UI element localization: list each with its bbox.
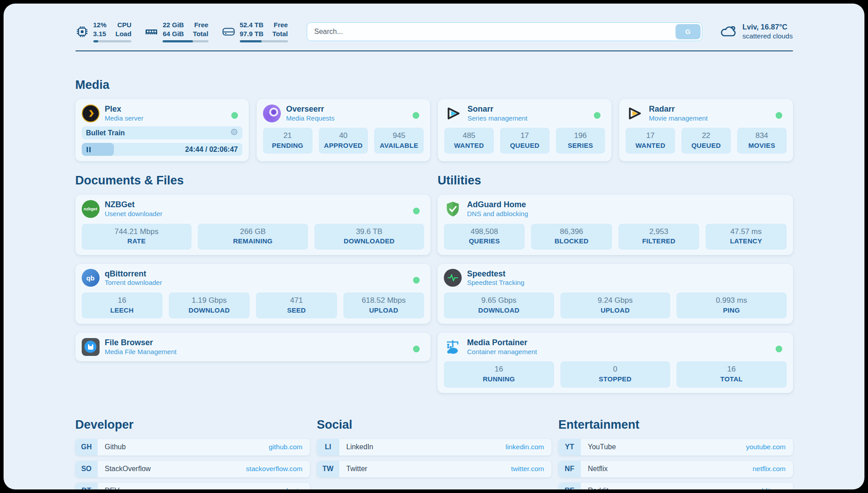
now-playing-row: Bullet Train [82,126,242,139]
stat-tile: 17WANTED [626,128,675,154]
cpu-icon [75,25,89,38]
card-subtitle: Usenet downloader [105,210,163,218]
ram-icon [145,25,158,38]
section-title-media: Media [75,78,793,92]
bookmark-name: DEV [105,487,120,489]
section-title-documents: Documents & Files [75,174,431,188]
bookmark-badge: GH [75,439,98,455]
stat-tile: 16LEECH [82,292,163,318]
status-dot [413,112,419,119]
search-input[interactable] [307,28,676,36]
playback-time: 24:44 / 02:06:47 [185,146,242,154]
stat-tile: 39.6 TBDOWNLOADED [314,224,425,250]
bookmark-badge: NF [559,461,581,477]
search-engine-button[interactable]: G [676,24,701,39]
card-filebrowser[interactable]: File Browser Media File Management [75,333,431,361]
card-subtitle: Media server [105,114,144,123]
disk-icon [222,25,235,38]
bookmark-name: Github [105,443,126,451]
bookmark-badge: SO [75,461,98,477]
stat-tile: 1.19 GbpsDOWNLOAD [169,292,250,318]
system-stats: 12% 3.15 CPU Load [75,21,288,42]
stat-tile: 16RUNNING [444,361,554,387]
bookmark-netflix[interactable]: NF Netflix netflix.com [559,461,793,477]
cpu-labels: CPU Load [116,21,132,38]
stat-tile: 196SERIES [556,128,605,154]
card-subtitle: Torrent downloader [105,279,162,287]
card-title: Speedtest [467,269,524,279]
status-dot [776,346,782,352]
card-title: Radarr [649,104,708,114]
card-title: Overseerr [286,104,334,114]
stat-tile: 40APPROVED [319,128,368,154]
card-subtitle: Media File Management [105,348,177,356]
top-bar: 12% 3.15 CPU Load [75,4,793,42]
bookmark-url: reddit.com [753,487,793,489]
status-dot [413,277,420,284]
card-sonarr[interactable]: Sonarr Series management 485WANTED 17QUE… [438,99,611,161]
status-dot [231,112,238,119]
sonarr-icon [444,104,462,122]
stat-tile: 9.24 GbpsUPLOAD [560,292,671,318]
bookmark-url: stackoverflow.com [246,465,310,473]
bookmark-linkedin[interactable]: LI LinkedIn linkedin.com [317,439,551,455]
section-title-utilities: Utilities [438,174,793,188]
cpu-values: 12% 3.15 [93,21,107,38]
card-title: qBittorrent [105,269,162,279]
card-title: File Browser [105,338,177,348]
dashboard-page: 12% 3.15 CPU Load [4,4,864,489]
bookmark-badge: LI [317,439,339,455]
card-plex[interactable]: Plex Media server Bullet Train [75,99,249,161]
card-radarr[interactable]: Radarr Movie management 17WANTED 22QUEUE… [619,99,793,161]
card-title: AdGuard Home [467,200,528,210]
bookmark-github[interactable]: GH Github github.com [75,439,310,455]
section-title-developer: Developer [75,418,310,432]
bookmark-youtube[interactable]: YT YouTube youtube.com [559,439,793,455]
radarr-icon [626,104,643,122]
card-adguard[interactable]: AdGuard Home DNS and adblocking 498,508Q… [438,195,793,255]
ram-progress-bar [163,40,208,42]
portainer-icon [444,338,462,356]
stat-tile: 471SEED [256,292,337,318]
bookmark-twitter[interactable]: TW Twitter twitter.com [317,461,551,477]
bookmark-badge: DT [75,483,98,489]
card-speedtest[interactable]: Speedtest Speedtest Tracking 9.65 GbpsDO… [438,264,793,324]
header-divider [75,50,793,51]
stat-tile: 86,396BLOCKED [531,224,612,250]
cloud-icon [719,24,737,39]
card-title: Media Portainer [467,338,537,348]
card-subtitle: Series management [467,114,527,123]
weather-condition: scattered clouds [743,32,793,41]
bookmark-dev[interactable]: DT DEV dev.to [75,483,310,489]
card-nzbget[interactable]: nzbget NZBGet Usenet downloader 744.21 M… [75,195,431,255]
search-bar: G [307,22,702,41]
card-subtitle: Media Requests [286,114,334,123]
ram-labels: Free Total [193,21,209,38]
stat-tile: 0.993 msPING [676,292,787,318]
bookmark-group-social: Social LI LinkedIn linkedin.com TW Twitt… [317,418,551,489]
stat-tile: 9.65 GbpsDOWNLOAD [444,292,554,318]
disk-labels: Free Total [272,21,288,38]
bookmark-stackoverflow[interactable]: SO StackOverflow stackoverflow.com [75,461,310,477]
bookmark-reddit[interactable]: RE Reddit reddit.com [559,483,793,489]
weather-widget[interactable]: Lviv, 16.87°C scattered clouds [719,22,793,41]
bookmark-url: youtube.com [746,443,793,451]
section-title-social: Social [317,418,551,432]
card-subtitle: Container management [467,348,537,356]
bookmark-url: github.com [269,443,310,451]
filebrowser-icon [82,338,100,356]
card-subtitle: Movie management [649,114,708,123]
card-title: Sonarr [467,104,527,114]
card-qbittorrent[interactable]: qb qBittorrent Torrent downloader 16LEEC… [75,264,431,324]
bookmark-url: twitter.com [511,465,551,473]
speedtest-icon [444,269,462,287]
card-portainer[interactable]: Media Portainer Container management 16R… [438,333,793,393]
stat-tile: 498,508QUERIES [444,224,525,250]
bookmark-badge: RE [559,483,581,489]
stat-tile: 22QUEUED [681,128,731,154]
ram-values: 22 GiB 64 GiB [163,21,184,38]
card-overseerr[interactable]: Overseerr Media Requests 21PENDING 40APP… [257,99,430,161]
bookmark-badge: TW [317,461,339,477]
playback-progress: 24:44 / 02:06:47 [82,143,242,156]
bookmark-group-developer: Developer GH Github github.com SO StackO… [75,418,310,489]
